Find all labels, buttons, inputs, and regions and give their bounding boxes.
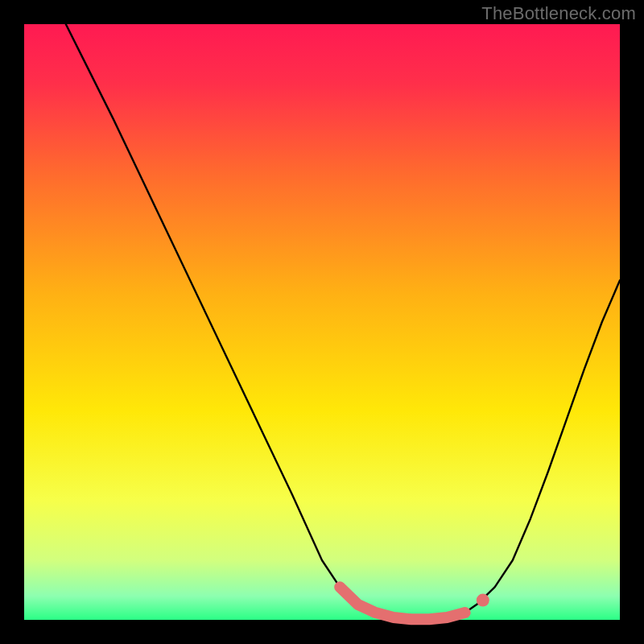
watermark-label: TheBottleneck.com	[481, 3, 636, 24]
plot-background	[24, 24, 620, 620]
chart-frame: TheBottleneck.com	[0, 0, 644, 644]
bottleneck-chart	[0, 0, 644, 644]
optimal-zone-dot	[477, 594, 489, 607]
